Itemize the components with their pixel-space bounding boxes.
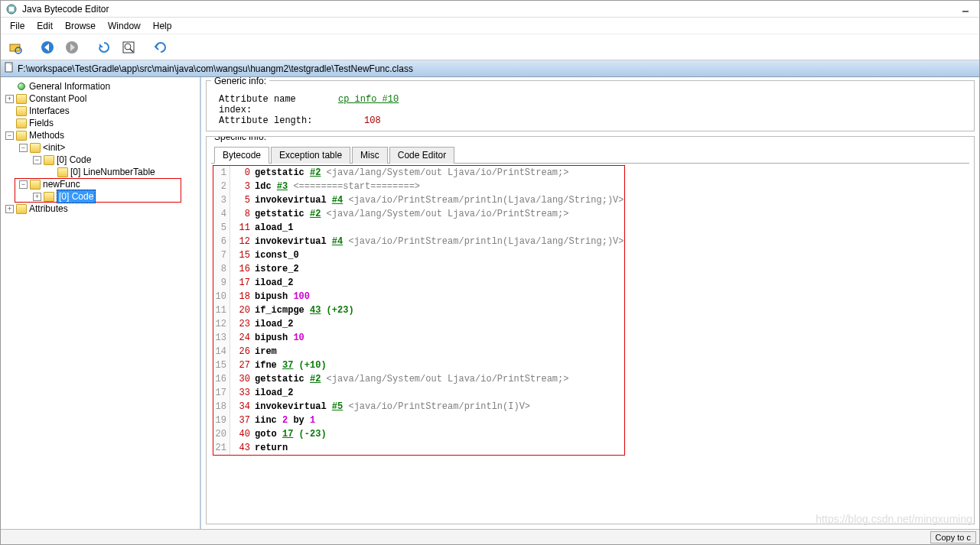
opcode: aload_1 <box>255 221 293 235</box>
bytecode-offset: 43 <box>233 441 250 455</box>
code-line[interactable]: 48getstatic #2 <java/lang/System/out Lja… <box>213 207 624 221</box>
constant-ref-link[interactable]: #4 <box>332 193 343 207</box>
attr-length-label: Attribute length: <box>219 115 334 126</box>
token: <========start========> <box>288 180 420 193</box>
menu-edit[interactable]: Edit <box>31 19 59 33</box>
code-line[interactable]: 1937iinc 2 by 1 <box>213 414 624 427</box>
refresh-button[interactable] <box>94 37 114 57</box>
app-window: Java Bytecode Editor File Edit Browse Wi… <box>0 0 980 545</box>
menu-browse[interactable]: Browse <box>59 19 102 33</box>
code-line[interactable]: 1733iload_2 <box>213 386 624 400</box>
copy-button[interactable]: Copy to c <box>930 531 976 543</box>
constant-ref-link[interactable]: #5 <box>332 400 343 414</box>
token: 100 <box>293 290 310 303</box>
opcode: getstatic <box>255 207 310 221</box>
code-line[interactable]: 1120if_icmpge 43 (+23) <box>213 303 624 317</box>
code-line[interactable]: 715iconst_0 <box>213 248 624 262</box>
token: (+23) <box>321 303 353 317</box>
collapse-icon[interactable]: − <box>19 144 28 152</box>
undo-button[interactable] <box>151 37 171 57</box>
constant-ref-link[interactable]: 37 <box>282 358 293 372</box>
cp-info-link[interactable]: cp_info #10 <box>338 94 399 115</box>
constant-ref-link[interactable]: 17 <box>282 427 293 441</box>
code-line[interactable]: 1018bipush 100 <box>213 290 624 303</box>
code-line[interactable]: 1527ifne 37 (+10) <box>213 358 624 372</box>
svg-line-9 <box>130 49 133 52</box>
code-line[interactable]: 10getstatic #2 <java/lang/System/out Lja… <box>213 166 624 180</box>
code-line[interactable]: 23ldc #3 <========start========> <box>213 180 624 193</box>
collapse-icon[interactable]: − <box>33 156 41 164</box>
tree-linenumbertable[interactable]: [0] LineNumberTable <box>47 166 200 178</box>
path-text: F:\workspace\TestGradle\app\src\main\jav… <box>18 63 413 74</box>
tree-constant-pool[interactable]: +Constant Pool <box>5 92 200 105</box>
opcode: iconst_0 <box>255 248 299 262</box>
code-line[interactable]: 2143return <box>213 441 624 455</box>
tab-bytecode[interactable]: Bytecode <box>214 147 269 164</box>
code-line[interactable]: 917iload_2 <box>213 276 624 290</box>
line-number: 7 <box>213 248 230 262</box>
bytecode-offset: 20 <box>233 303 250 317</box>
code-line[interactable]: 816istore_2 <box>213 262 624 276</box>
bytecode-offset: 18 <box>233 290 250 303</box>
bullet-icon <box>18 83 25 90</box>
constant-ref-link[interactable]: #2 <box>310 372 321 386</box>
tree-newfunc-code[interactable]: +[0] Code <box>33 190 200 203</box>
tree-sidebar[interactable]: General Information +Constant Pool Inter… <box>1 77 201 529</box>
token: (-23) <box>293 427 326 441</box>
code-line[interactable]: 35invokevirtual #4 <java/io/PrintStream/… <box>213 193 624 207</box>
find-button[interactable] <box>119 37 138 57</box>
expand-icon[interactable]: + <box>5 205 14 213</box>
code-scroll[interactable]: 10getstatic #2 <java/lang/System/out Lja… <box>213 165 968 517</box>
code-line[interactable]: 1426irem <box>213 345 624 358</box>
constant-ref-link[interactable]: 43 <box>310 303 321 317</box>
document-icon <box>4 62 15 75</box>
attr-length-value: 108 <box>364 115 381 126</box>
constant-ref-link[interactable]: #2 <box>310 207 321 221</box>
code-line[interactable]: 1630getstatic #2 <java/lang/System/out L… <box>213 372 624 386</box>
opcode: ldc <box>255 180 277 193</box>
code-line[interactable]: 1834invokevirtual #5 <java/io/PrintStrea… <box>213 400 624 414</box>
tree-init-code[interactable]: −[0] Code <box>33 154 200 166</box>
collapse-icon[interactable]: − <box>5 131 14 140</box>
open-button[interactable] <box>5 37 25 57</box>
tree-methods[interactable]: −Methods <box>5 129 200 141</box>
opcode: if_icmpge <box>255 303 310 317</box>
line-number: 1 <box>213 166 230 180</box>
menu-window[interactable]: Window <box>102 19 147 33</box>
code-line[interactable]: 612invokevirtual #4 <java/io/PrintStream… <box>213 235 624 248</box>
tree-root: General Information +Constant Pool Inter… <box>1 80 200 215</box>
tree-interfaces[interactable]: Interfaces <box>5 105 200 117</box>
expand-icon[interactable]: + <box>33 193 41 201</box>
menu-help[interactable]: Help <box>147 19 178 33</box>
opcode: bipush <box>255 290 293 303</box>
tree-general-info[interactable]: General Information <box>5 80 200 92</box>
line-number: 13 <box>213 331 230 345</box>
constant-ref-link[interactable]: #4 <box>332 235 343 248</box>
menu-file[interactable]: File <box>4 19 31 33</box>
bytecode-offset: 11 <box>233 221 250 235</box>
forward-button[interactable] <box>62 37 82 57</box>
expand-icon[interactable]: + <box>5 95 14 103</box>
code-line[interactable]: 1223iload_2 <box>213 317 624 331</box>
token: <java/io/PrintStream/println(Ljava/lang/… <box>343 193 623 207</box>
back-button[interactable] <box>37 37 57 57</box>
tree-init[interactable]: −<init> <box>19 141 200 154</box>
constant-ref-link[interactable]: #3 <box>277 180 288 193</box>
folder-icon <box>16 94 27 104</box>
tree-attributes[interactable]: +Attributes <box>5 203 200 215</box>
svg-rect-1 <box>9 7 14 11</box>
bytecode-offset: 30 <box>233 372 250 386</box>
opcode: invokevirtual <box>255 235 332 248</box>
tab-code-editor[interactable]: Code Editor <box>389 147 454 164</box>
constant-ref-link[interactable]: #2 <box>310 166 321 180</box>
code-line[interactable]: 1324bipush 10 <box>213 331 624 345</box>
folder-icon <box>30 143 41 153</box>
minimize-button[interactable] <box>956 2 975 16</box>
bytecode-offset: 5 <box>233 193 250 207</box>
tab-misc[interactable]: Misc <box>352 147 388 164</box>
folder-icon <box>16 118 27 128</box>
tree-fields[interactable]: Fields <box>5 117 200 129</box>
code-line[interactable]: 511aload_1 <box>213 221 624 235</box>
tab-exception[interactable]: Exception table <box>271 147 350 164</box>
code-line[interactable]: 2040goto 17 (-23) <box>213 427 624 441</box>
